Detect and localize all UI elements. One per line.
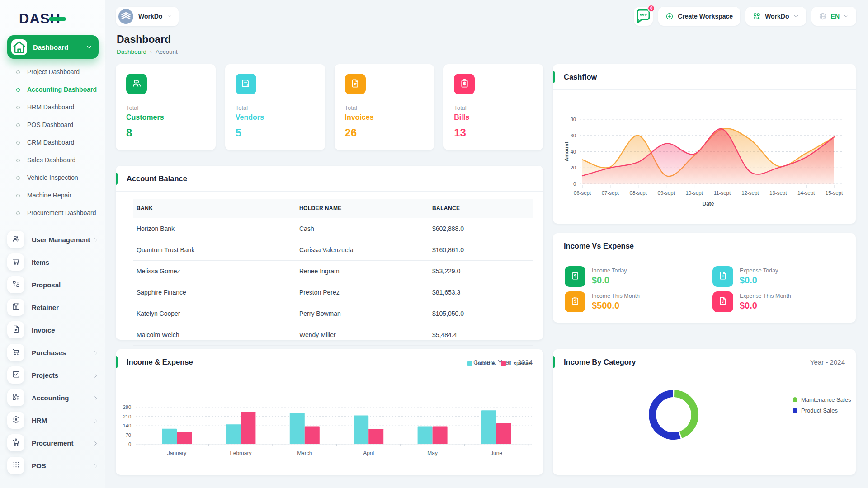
legend-item-income[interactable]: Income xyxy=(467,360,495,366)
table-cell: Renee Ingram xyxy=(295,261,428,282)
workspace-switcher[interactable]: WorkDo xyxy=(116,7,179,26)
chevron-down-icon xyxy=(86,44,92,50)
chevron-down-icon xyxy=(167,14,172,19)
table-cell: Preston Perez xyxy=(295,282,428,303)
svg-text:09-sept: 09-sept xyxy=(657,190,675,196)
income-by-category-title: Income By Category xyxy=(564,358,636,366)
sidebar-subitem-label: Vehicle Inspection xyxy=(27,174,78,182)
messages-button[interactable]: 0 xyxy=(634,7,653,26)
sidebar-item-label: Accounting xyxy=(32,394,93,402)
sidebar-item-dashboard[interactable]: Dashboard xyxy=(7,35,99,59)
bullet-icon xyxy=(16,194,20,197)
chevron-down-icon xyxy=(793,14,799,19)
workdo-menu-button[interactable]: WorkDo xyxy=(745,7,806,26)
sidebar-item-purchases[interactable]: Purchases xyxy=(7,341,99,364)
svg-text:June: June xyxy=(491,450,502,456)
table-header-row: BANKHOLDER NAMEBALANCE xyxy=(133,199,533,218)
create-workspace-label: Create Workspace xyxy=(678,13,733,20)
sidebar-item-procurement[interactable]: Procurement xyxy=(7,432,99,454)
ive-value: $500.0 xyxy=(592,300,640,311)
table-row: Quantum Trust BankCarissa Valenzuela$160… xyxy=(133,239,533,261)
sidebar-subitem-vehicle-inspection[interactable]: Vehicle Inspection xyxy=(14,169,99,187)
table-row: Malcolm WelchWendy Miller$5,484.4 xyxy=(133,324,533,346)
table-cell: Carissa Valenzuela xyxy=(295,239,428,261)
sidebar-item-label: HRM xyxy=(32,417,93,424)
sidebar-subitem-project-dashboard[interactable]: Project Dashboard xyxy=(14,63,99,81)
sidebar-item-label: Projects xyxy=(32,371,93,379)
legend-label: Maintenance Sales xyxy=(801,396,851,403)
income-by-category-panel: Income By Category Year - 2024 Maintenan… xyxy=(553,349,856,475)
sidebar-subitem-accounting-dashboard[interactable]: Accounting Dashboard xyxy=(14,81,99,99)
main-area: WorkDo 0 Create Workspace WorkDo xyxy=(105,0,868,488)
cashflow-panel: Cashflow 02040608006-sept07-sept08-sept0… xyxy=(553,64,856,224)
sidebar-subitem-label: Machine Repair xyxy=(27,192,71,199)
check-square-icon xyxy=(12,370,20,380)
file-lines-icon xyxy=(718,296,728,308)
cashflow-title: Cashflow xyxy=(564,73,597,81)
legend-label: Product Sales xyxy=(801,407,838,414)
dots-grid-icon xyxy=(12,460,20,471)
proposal-icon xyxy=(12,280,20,290)
ive-card-income-today: Income Today$0.0 xyxy=(565,266,712,287)
brand-logo[interactable]: DASH xyxy=(7,6,99,35)
sidebar-item-user-management[interactable]: User Management xyxy=(7,228,99,251)
sidebar-subitem-crm-dashboard[interactable]: CRM Dashboard xyxy=(14,134,99,151)
chevron-right-icon xyxy=(93,440,99,446)
sidebar-subitem-hrm-dashboard[interactable]: HRM Dashboard xyxy=(14,99,99,116)
legend-swatch-icon xyxy=(501,361,506,366)
svg-text:10-sept: 10-sept xyxy=(685,190,703,196)
create-workspace-button[interactable]: Create Workspace xyxy=(658,7,740,26)
income-by-category-subtitle: Year - 2024 xyxy=(810,358,845,366)
sidebar-item-proposal[interactable]: Proposal xyxy=(7,273,99,296)
workspace-name: WorkDo xyxy=(138,13,162,20)
sidebar-item-projects[interactable]: Projects xyxy=(7,364,99,386)
stat-card-bills: TotalBills13 xyxy=(443,64,543,150)
table-cell: Perry Bowman xyxy=(295,303,428,324)
table-cell: $602,888.0 xyxy=(428,218,533,239)
sidebar-item-accounting[interactable]: Accounting xyxy=(7,386,99,409)
legend-item-maintenance-sales[interactable]: Maintenance Sales xyxy=(793,396,851,403)
sidebar-item-label: Retainer xyxy=(32,304,99,311)
table-cell: Wendy Miller xyxy=(295,324,428,346)
sidebar-subitem-sales-dashboard[interactable]: Sales Dashboard xyxy=(14,151,99,169)
topbar-actions: 0 Create Workspace WorkDo EN xyxy=(634,7,856,26)
cashflow-area-chart: 02040608006-sept07-sept08-sept09-sept10-… xyxy=(553,90,856,223)
stat-value: 26 xyxy=(345,127,424,139)
cart-flag-icon xyxy=(12,438,20,448)
sidebar-subitem-procurement-dashboard[interactable]: Procurement Dashboard xyxy=(14,204,99,222)
svg-text:20: 20 xyxy=(571,165,576,170)
sidebar-item-items[interactable]: Items xyxy=(7,251,99,273)
breadcrumb: Dashboard › Account xyxy=(117,48,855,55)
sidebar-subitem-machine-repair[interactable]: Machine Repair xyxy=(14,187,99,204)
sidebar-subitem-label: Accounting Dashboard xyxy=(27,86,97,94)
workdo-menu-label: WorkDo xyxy=(765,13,789,20)
stat-value: 13 xyxy=(454,127,533,139)
stat-category-label: Invoices xyxy=(345,113,424,122)
stat-value: 5 xyxy=(236,127,315,139)
table-cell: Malcolm Welch xyxy=(133,324,295,346)
language-selector[interactable]: EN xyxy=(811,7,856,26)
stat-category-label: Customers xyxy=(126,113,205,122)
sidebar-item-hrm[interactable]: HRM xyxy=(7,409,99,432)
breadcrumb-link-dashboard[interactable]: Dashboard xyxy=(117,48,146,55)
sidebar-subitem-pos-dashboard[interactable]: POS Dashboard xyxy=(14,116,99,134)
sidebar-item-retainer[interactable]: Retainer xyxy=(7,296,99,319)
svg-text:January: January xyxy=(167,450,187,456)
bullet-icon xyxy=(16,159,20,162)
legend-item-product-sales[interactable]: Product Sales xyxy=(793,407,851,414)
ive-value: $0.0 xyxy=(592,275,627,286)
cart-icon xyxy=(12,347,20,358)
stat-card-customers: TotalCustomers8 xyxy=(116,64,216,150)
sidebar-subitem-label: Procurement Dashboard xyxy=(27,209,96,217)
app-root: DASH Dashboard Project DashboardAccounti… xyxy=(0,0,868,488)
legend-item-expense[interactable]: Expense xyxy=(501,360,532,366)
income-by-category-header: Income By Category Year - 2024 xyxy=(553,349,856,375)
sidebar-item-invoice[interactable]: Invoice xyxy=(7,319,99,341)
home-icon xyxy=(11,39,27,55)
invoice-icon xyxy=(12,325,20,335)
sidebar-item-pos[interactable]: POS xyxy=(7,454,99,477)
svg-text:May: May xyxy=(427,450,438,456)
bullet-icon xyxy=(16,123,20,127)
clipboard-dollar-icon xyxy=(459,78,470,90)
bar-chart-legend: IncomeExpense xyxy=(467,360,532,366)
